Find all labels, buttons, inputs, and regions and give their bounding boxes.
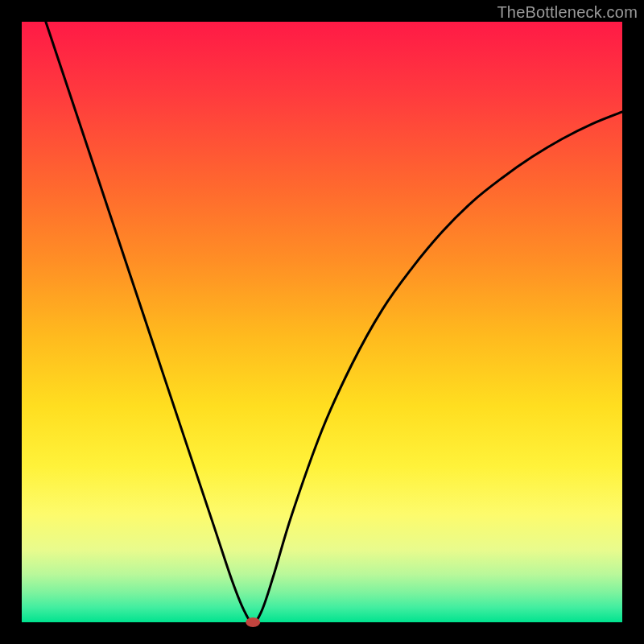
minimum-marker-icon	[246, 617, 260, 627]
plot-area	[22, 22, 622, 622]
bottleneck-curve	[46, 22, 622, 622]
curve-svg	[22, 22, 622, 622]
watermark-text: TheBottleneck.com	[497, 3, 638, 22]
chart-container: TheBottleneck.com	[0, 0, 644, 644]
